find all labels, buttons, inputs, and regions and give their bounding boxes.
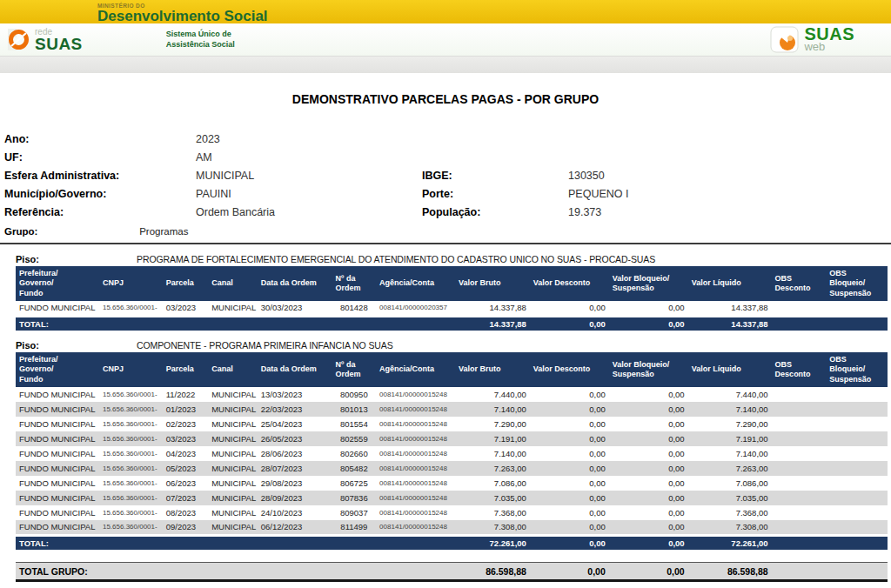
cell: 15.656.360/0001- (99, 387, 163, 402)
column-header: Valor Bruto (455, 352, 530, 387)
total-grupo-table: TOTAL GRUPO:86.598,880,000,0086.598,88 (16, 562, 888, 582)
cell: 008141/00000015248 (376, 446, 455, 461)
cell: 7.263,00 (455, 461, 530, 476)
cell: 0,00 (609, 301, 688, 316)
piso-value: COMPONENTE - PROGRAMA PRIMEIRA INFANCIA … (137, 340, 393, 351)
total-label: TOTAL: (16, 535, 455, 550)
cell: 7.035,00 (688, 491, 772, 505)
cell: 809037 (332, 505, 377, 520)
table-row: FUNDO MUNICIPAL15.656.360/0001-07/2023MU… (16, 491, 888, 505)
field-value-uf: AM (196, 151, 422, 164)
cell (826, 417, 888, 431)
cell: 15.656.360/0001- (99, 461, 163, 476)
grupo-value: Programas (139, 226, 188, 237)
field-label-populacao: População: (422, 206, 568, 218)
cell: 06/12/2023 (258, 520, 332, 535)
cell: 7.191,00 (688, 431, 772, 446)
cell: 008141/00000015248 (376, 505, 455, 520)
field-value-populacao: 19.373 (568, 206, 891, 218)
total-value: 72.261,00 (688, 535, 772, 550)
column-header: Valor Líquido (688, 352, 772, 387)
column-header: CNPJ (99, 352, 163, 387)
suas-web-logo[interactable]: SUAS web (770, 26, 854, 53)
cell: 7.140,00 (688, 402, 772, 417)
total-label: TOTAL GRUPO: (16, 563, 455, 581)
header-divider-bar (0, 56, 891, 73)
cell: 802559 (332, 431, 377, 446)
cell: 0,00 (530, 476, 609, 491)
total-value: 0,00 (530, 535, 609, 550)
cell: 008141/00000015248 (376, 520, 455, 535)
cell: 0,00 (530, 491, 609, 505)
column-header: Agência/Conta (376, 352, 455, 387)
report-info: Ano: 2023 UF: AM Esfera Administrativa: … (0, 130, 891, 221)
cell: FUNDO MUNICIPAL (16, 387, 99, 402)
table-row: FUNDO MUNICIPAL15.656.360/0001-09/2023MU… (16, 520, 888, 535)
cell: 805482 (332, 461, 377, 476)
cell: 7.140,00 (455, 446, 530, 461)
cell: 29/08/2023 (258, 476, 332, 491)
cell (772, 491, 827, 505)
cell: 0,00 (609, 476, 688, 491)
cell: 14.337,88 (455, 301, 530, 316)
cell: 22/03/2023 (258, 402, 332, 417)
obs-bloqueio-cell (826, 316, 888, 331)
suas-web-icon (770, 26, 799, 53)
cell (772, 520, 827, 535)
cell (772, 387, 827, 402)
cell: 09/2023 (163, 520, 209, 535)
total-value: 86.598,88 (688, 563, 772, 581)
cell: 01/2023 (163, 402, 209, 417)
total-value: 0,00 (530, 563, 609, 581)
column-header: OBS Desconto (772, 352, 827, 387)
ministry-banner: MINISTÉRIO DO Desenvolvimento Social (0, 0, 891, 23)
cell: 800950 (332, 387, 377, 402)
cell: 802660 (332, 446, 377, 461)
field-value-ibge: 130350 (568, 170, 891, 182)
cell: 0,00 (530, 402, 609, 417)
column-header: Nº da Ordem (332, 266, 377, 301)
cell: 04/2023 (163, 446, 209, 461)
cell: FUNDO MUNICIPAL (16, 446, 99, 461)
column-header: Parcela (163, 266, 209, 301)
total-value: 86.598,88 (455, 563, 530, 581)
cell: FUNDO MUNICIPAL (16, 461, 99, 476)
cell: FUNDO MUNICIPAL (16, 402, 99, 417)
cell: FUNDO MUNICIPAL (16, 505, 99, 520)
cell (826, 491, 888, 505)
page-title: DEMONSTRATIVO PARCELAS PAGAS - POR GRUPO (0, 92, 891, 106)
obs-desconto-cell (772, 535, 827, 550)
cell: 03/2023 (163, 301, 209, 316)
cell: 008141/00000015248 (376, 417, 455, 431)
column-header: Prefeitura/ Governo/ Fundo (16, 352, 99, 387)
cell: 0,00 (609, 402, 688, 417)
section-total-row: TOTAL:14.337,880,000,0014.337,88 (16, 316, 888, 331)
cell: 7.140,00 (688, 446, 772, 461)
cell (826, 431, 888, 446)
table-row: FUNDO MUNICIPAL15.656.360/0001-11/2022MU… (16, 387, 888, 402)
column-header: Parcela (163, 352, 209, 387)
field-label-municipio: Município/Governo: (4, 188, 196, 200)
cell: 7.368,00 (688, 505, 772, 520)
piso-label: Piso: (16, 254, 137, 264)
total-label: TOTAL: (16, 316, 455, 331)
column-header: Canal (208, 352, 258, 387)
parcelas-table: Prefeitura/ Governo/ FundoCNPJParcelaCan… (16, 352, 888, 550)
parcelas-table: Prefeitura/ Governo/ FundoCNPJParcelaCan… (16, 266, 888, 331)
cell: 807836 (332, 491, 377, 505)
field-value-ano: 2023 (196, 133, 422, 145)
cell: 0,00 (530, 387, 609, 402)
field-value-referencia: Ordem Bancária (196, 206, 422, 218)
rede-suas-swirl-icon (7, 28, 30, 51)
cell: FUNDO MUNICIPAL (16, 417, 99, 431)
cell: 0,00 (609, 461, 688, 476)
cell: 15.656.360/0001- (99, 520, 163, 535)
total-value: 0,00 (609, 316, 688, 331)
cell: 811499 (332, 520, 377, 535)
rede-suas-logo[interactable]: rede SUAS (7, 27, 83, 52)
cell: 008141/00000015248 (376, 387, 455, 402)
cell: 08/2023 (163, 505, 209, 520)
info-row: UF: AM (4, 148, 891, 166)
cell (772, 505, 827, 520)
table-row: FUNDO MUNICIPAL15.656.360/0001-06/2023MU… (16, 476, 888, 491)
